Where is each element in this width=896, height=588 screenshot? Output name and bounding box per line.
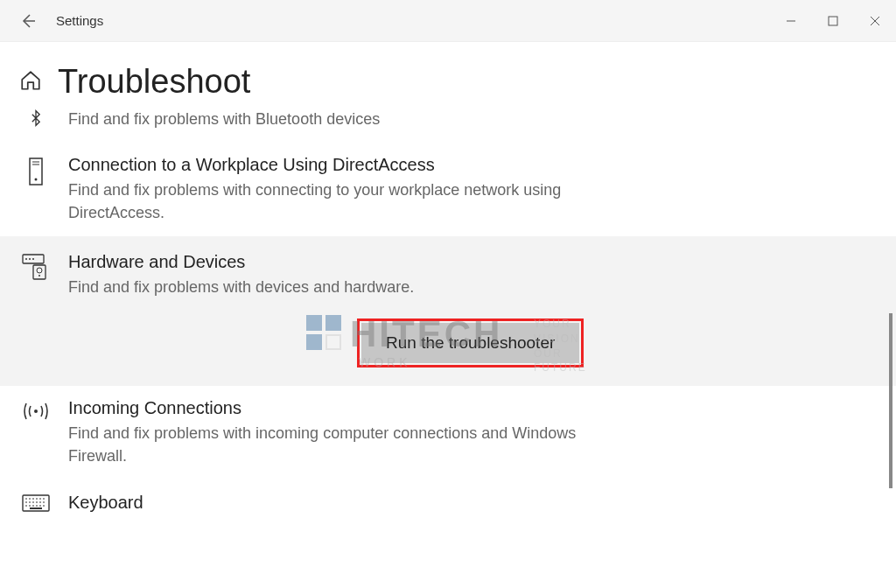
window-controls <box>770 0 896 42</box>
svg-point-14 <box>37 268 42 273</box>
troubleshoot-list: Find and fix problems with Bluetooth dev… <box>0 108 896 528</box>
item-desc: Find and fix problems with Bluetooth dev… <box>68 108 611 130</box>
arrow-left-icon <box>19 12 37 30</box>
item-desc: Find and fix problems with connecting to… <box>68 178 611 224</box>
troubleshoot-item-directaccess[interactable]: Connection to a Workplace Using DirectAc… <box>0 143 896 236</box>
app-title: Settings <box>56 13 103 28</box>
item-desc: Find and fix problems with incoming comp… <box>68 422 611 467</box>
keyboard-icon <box>21 493 51 512</box>
home-icon[interactable] <box>19 69 42 95</box>
signal-icon <box>21 398 51 423</box>
item-title: Hardware and Devices <box>68 252 611 272</box>
troubleshoot-item-hardware[interactable]: Hardware and Devices Find and fix proble… <box>0 236 896 386</box>
svg-point-10 <box>25 258 27 260</box>
run-troubleshooter-button[interactable]: Run the troubleshooter <box>361 323 579 363</box>
item-desc: Find and fix problems with devices and h… <box>68 276 611 298</box>
item-title: Connection to a Workplace Using DirectAc… <box>68 155 611 175</box>
server-icon <box>21 155 51 186</box>
svg-point-16 <box>34 410 38 413</box>
svg-rect-2 <box>829 17 837 25</box>
maximize-button[interactable] <box>812 0 854 42</box>
troubleshoot-item-keyboard[interactable]: Keyboard <box>0 480 896 528</box>
page-title: Troubleshoot <box>58 63 250 101</box>
svg-point-12 <box>32 258 34 260</box>
svg-point-15 <box>38 275 40 276</box>
maximize-icon <box>828 16 838 26</box>
content-area: Troubleshoot Find and fix problems with … <box>0 42 896 528</box>
svg-rect-13 <box>33 265 46 279</box>
svg-point-11 <box>29 258 31 260</box>
close-icon <box>869 15 881 27</box>
minimize-button[interactable] <box>770 0 812 42</box>
svg-point-8 <box>35 178 38 181</box>
item-title: Keyboard <box>68 493 611 513</box>
titlebar-left: Settings <box>0 10 103 32</box>
minimize-icon <box>786 16 796 26</box>
troubleshoot-item-incoming[interactable]: Incoming Connections Find and fix proble… <box>0 386 896 480</box>
hardware-devices-icon <box>21 252 51 280</box>
bluetooth-icon <box>21 108 51 127</box>
back-button[interactable] <box>18 10 38 32</box>
close-button[interactable] <box>854 0 896 42</box>
troubleshoot-item-bluetooth[interactable]: Find and fix problems with Bluetooth dev… <box>0 108 896 143</box>
titlebar: Settings <box>0 0 896 42</box>
scrollbar[interactable] <box>889 313 892 488</box>
page-header: Troubleshoot <box>0 42 896 108</box>
item-title: Incoming Connections <box>68 398 611 418</box>
